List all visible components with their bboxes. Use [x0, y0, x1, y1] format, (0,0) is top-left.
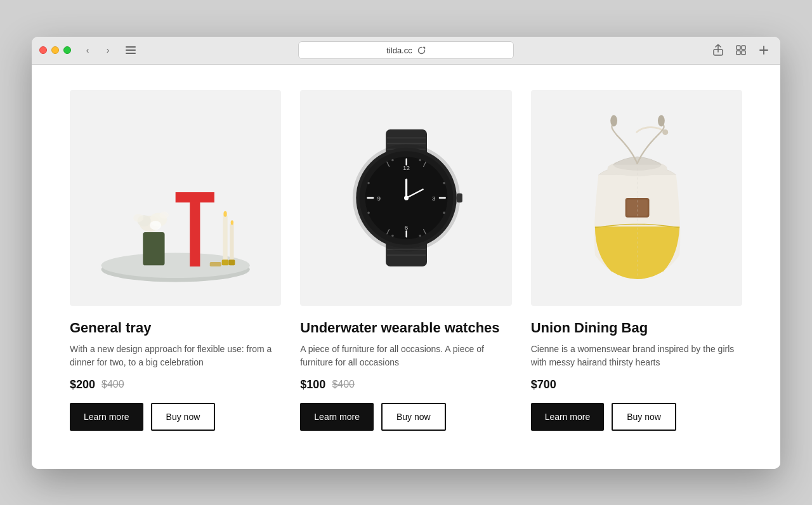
product-grid: General tray With a new design approach … — [70, 90, 742, 431]
svg-rect-20 — [230, 223, 233, 261]
product-image-watches: 12 6 9 3 — [300, 90, 511, 306]
url-text: tilda.cc — [386, 46, 412, 55]
svg-point-17 — [159, 211, 168, 218]
svg-rect-4 — [737, 46, 740, 49]
page-content: General tray With a new design approach … — [32, 65, 780, 469]
price-original-watches: $400 — [332, 379, 355, 390]
product-image-bag — [531, 90, 742, 306]
sidebar-button[interactable] — [122, 41, 140, 59]
svg-point-66 — [404, 195, 409, 200]
svg-rect-6 — [737, 51, 740, 55]
product-buttons-general-tray: Learn more Buy now — [70, 403, 281, 431]
svg-point-57 — [443, 211, 446, 214]
browser-window: ‹ › tilda.cc — [32, 37, 780, 469]
learn-more-button-general-tray[interactable]: Learn more — [70, 403, 143, 431]
svg-rect-11 — [176, 192, 214, 202]
learn-more-button-bag[interactable]: Learn more — [531, 403, 605, 431]
svg-rect-24 — [228, 259, 235, 265]
svg-point-58 — [368, 181, 370, 184]
title-bar: ‹ › tilda.cc — [32, 37, 780, 65]
svg-point-73 — [610, 115, 617, 126]
product-desc-watches: A piece of furniture for all occasions. … — [300, 343, 511, 369]
svg-text:12: 12 — [403, 164, 410, 171]
svg-rect-1 — [126, 49, 136, 51]
product-title-watches: Underwater wearable watches — [300, 320, 511, 336]
nav-buttons: ‹ › — [79, 41, 117, 59]
svg-rect-67 — [457, 193, 462, 202]
svg-rect-0 — [126, 46, 136, 48]
toolbar-right — [709, 41, 773, 59]
svg-point-56 — [443, 181, 446, 184]
svg-text:3: 3 — [432, 194, 436, 201]
minimize-button[interactable] — [51, 46, 59, 54]
product-card-general-tray: General tray With a new design approach … — [70, 90, 281, 431]
close-button[interactable] — [39, 46, 47, 54]
address-bar[interactable]: tilda.cc — [298, 41, 514, 59]
svg-point-55 — [391, 234, 394, 237]
product-price-row-bag: $700 — [531, 378, 742, 391]
price-current-watches: $100 — [300, 378, 325, 391]
maximize-button[interactable] — [63, 46, 71, 54]
buy-now-button-general-tray[interactable]: Buy now — [151, 403, 216, 431]
product-price-row-general-tray: $200 $400 — [70, 378, 281, 391]
svg-point-74 — [658, 115, 665, 126]
svg-text:6: 6 — [405, 224, 409, 231]
svg-rect-5 — [742, 46, 745, 49]
buy-now-button-bag[interactable]: Buy now — [612, 403, 676, 431]
product-title-general-tray: General tray — [70, 320, 281, 336]
product-title-bag: Union Dining Bag — [531, 320, 742, 336]
address-bar-container: tilda.cc — [298, 41, 514, 59]
product-desc-bag: Cienne is a womenswear brand inspired by… — [531, 343, 742, 369]
product-card-bag: Union Dining Bag Cienne is a womenswear … — [531, 90, 742, 431]
svg-point-54 — [419, 234, 422, 237]
svg-rect-7 — [742, 51, 745, 55]
svg-point-59 — [368, 211, 370, 214]
product-price-row-watches: $100 $400 — [300, 378, 511, 391]
back-button[interactable]: ‹ — [79, 41, 96, 59]
svg-rect-25 — [210, 261, 221, 266]
price-current-general-tray: $200 — [70, 378, 95, 391]
learn-more-button-watches[interactable]: Learn more — [300, 403, 374, 431]
svg-rect-2 — [126, 53, 136, 54]
forward-button[interactable]: › — [99, 41, 117, 59]
svg-rect-12 — [143, 232, 164, 265]
svg-point-68 — [662, 129, 668, 134]
tabs-button[interactable] — [732, 41, 750, 59]
svg-point-18 — [133, 214, 143, 222]
svg-rect-10 — [190, 192, 200, 266]
svg-point-21 — [223, 211, 226, 216]
svg-rect-23 — [222, 259, 229, 265]
product-image-general-tray — [70, 90, 281, 306]
buy-now-button-watches[interactable]: Buy now — [381, 403, 446, 431]
product-buttons-bag: Learn more Buy now — [531, 403, 742, 431]
share-button[interactable] — [709, 41, 727, 59]
price-current-bag: $700 — [531, 378, 556, 391]
price-original-general-tray: $400 — [102, 379, 124, 390]
svg-point-16 — [150, 221, 161, 230]
product-desc-general-tray: With a new design approach for flexible … — [70, 343, 281, 369]
reload-button[interactable] — [417, 46, 426, 55]
traffic-lights — [39, 46, 71, 54]
svg-point-53 — [391, 159, 394, 161]
product-card-watches: 12 6 9 3 Underwater wearable wat — [300, 90, 511, 431]
product-buttons-watches: Learn more Buy now — [300, 403, 511, 431]
new-tab-button[interactable] — [755, 41, 773, 59]
svg-point-52 — [419, 159, 422, 161]
svg-text:9: 9 — [377, 194, 381, 201]
svg-point-22 — [231, 220, 234, 225]
svg-rect-19 — [223, 215, 227, 261]
